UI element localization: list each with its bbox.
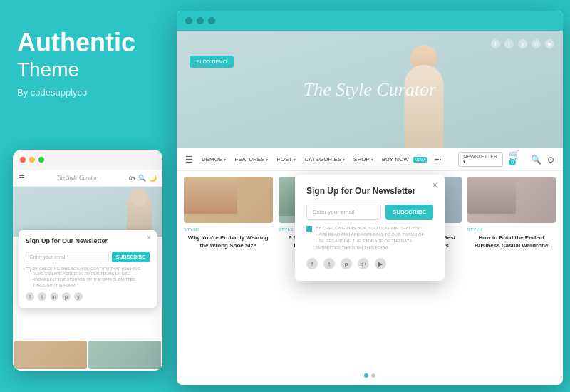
mobile-pinterest-icon[interactable]: p (62, 292, 71, 301)
blog-card-1: STYLE Why You're Probably Wearing the Wr… (184, 177, 273, 379)
mobile-blog-thumb-2 (88, 341, 161, 369)
mobile-social-icons: f t in p y (26, 292, 150, 301)
buynow-badge: NEW (413, 157, 427, 163)
blog-card-title-4: How to Build the Perfect Business Casual… (467, 234, 556, 249)
mobile-newsletter-form: Enter your email SUBSCRIBE (26, 252, 150, 262)
desktop-newsletter-social: f t p g+ ▶ (306, 258, 433, 269)
theme-name: Authentic Theme By codesupplyco (17, 29, 154, 98)
desktop-search-icon[interactable]: 🔍 (531, 155, 542, 165)
desktop-social-fb-icon[interactable]: f (306, 258, 318, 269)
dots-pagination (364, 371, 375, 381)
mobile-instagram-icon[interactable]: in (50, 292, 58, 301)
mobile-twitter-icon[interactable]: t (38, 292, 46, 301)
demos-chevron: ▾ (224, 157, 226, 162)
hamburger-icon[interactable]: ☰ (185, 155, 193, 165)
desktop-mockup: The Style Curator BLOG DEMO f t p in ▶ ☰… (177, 11, 563, 385)
mobile-terms-text: BY CHECKING THIS BOX, YOU CONFIRM THAT Y… (33, 267, 150, 289)
mobile-content: ☰ The Style Curator 🛍 🔍 🌙 × Sign Up for … (13, 170, 162, 371)
desktop-newsletter-close[interactable]: × (432, 180, 437, 190)
mobile-subscribe-button[interactable]: SUBSCRIBE (112, 252, 150, 262)
mobile-dot-red (20, 157, 26, 163)
mobile-newsletter-popup: × Sign Up for Our Newsletter Enter your … (19, 230, 157, 308)
desktop-social-gp-icon[interactable]: g+ (358, 258, 369, 269)
mobile-terms-row: BY CHECKING THIS BOX, YOU CONFIRM THAT Y… (26, 267, 150, 289)
mobile-moon-icon: 🌙 (149, 175, 157, 182)
dot-1[interactable] (364, 373, 368, 378)
desktop-circle-icon[interactable]: ⊙ (547, 155, 554, 165)
desktop-hero: The Style Curator BLOG DEMO f t p in ▶ (177, 31, 563, 148)
desktop-dot-3 (208, 17, 215, 24)
desktop-nav: ☰ DEMOS ▾ FEATURES ▾ POST ▾ CATEGORIES ▾… (177, 148, 563, 171)
desktop-hero-logo: The Style Curator (304, 79, 436, 100)
mobile-terms-checkbox[interactable] (26, 267, 31, 272)
desktop-social-fb[interactable]: f (491, 39, 500, 48)
desktop-dot-2 (197, 17, 204, 24)
desktop-newsletter-popup: × Sign Up for Our Newsletter Enter your … (295, 175, 445, 281)
desktop-newsletter-form: Enter your email SUBSCRIBE (306, 205, 433, 220)
mobile-facebook-icon[interactable]: f (26, 292, 34, 301)
blog-card-img-4 (467, 177, 556, 223)
mobile-logo: The Style Curator (56, 175, 97, 181)
desktop-social-tw-icon[interactable]: t (323, 258, 335, 269)
blog-card-category-1: STYLE (184, 227, 273, 232)
mobile-blog-thumb-1 (14, 341, 87, 369)
nav-item-categories[interactable]: CATEGORIES ▾ (304, 156, 345, 163)
blog-card-img-1 (184, 177, 273, 223)
nav-item-post[interactable]: POST ▾ (276, 156, 296, 163)
desktop-hero-social: f t p in ▶ (491, 39, 554, 48)
nav-item-buynow[interactable]: BUY NOW NEW (382, 156, 427, 163)
mobile-youtube-icon[interactable]: y (74, 292, 83, 301)
desktop-social-yt[interactable]: ▶ (545, 39, 554, 48)
mobile-hero (13, 187, 162, 237)
mobile-top-bar (13, 150, 162, 170)
nav-item-more[interactable]: ••• (435, 156, 441, 163)
mobile-blog-preview (13, 339, 162, 371)
mobile-nav-icons: 🛍 🔍 🌙 (129, 175, 157, 182)
shop-chevron: ▾ (371, 157, 373, 162)
desktop-dot-1 (185, 17, 192, 24)
mobile-mockup: ☰ The Style Curator 🛍 🔍 🌙 × Sign Up for … (13, 150, 162, 371)
mobile-bag-icon: 🛍 (129, 175, 135, 182)
desktop-terms-checkbox[interactable] (306, 226, 312, 232)
desktop-top-bar (177, 11, 563, 31)
features-chevron: ▾ (266, 157, 268, 162)
desktop-main: STYLE Why You're Probably Wearing the Wr… (177, 171, 563, 385)
desktop-email-input[interactable]: Enter your email (306, 205, 381, 220)
mobile-dot-green (38, 157, 44, 163)
desktop-nav-right: NEWSLETTER ▾ 🛒0 🔍 ⊙ (458, 150, 554, 170)
blog-card-category-4: STYLE (467, 227, 556, 232)
nav-item-features[interactable]: FEATURES ▾ (234, 156, 268, 163)
desktop-social-pi[interactable]: p (518, 39, 527, 48)
newsletter-btn[interactable]: NEWSLETTER ▾ (458, 152, 503, 167)
blog-card-4: STYLE How to Build the Perfect Business … (467, 177, 556, 379)
desktop-social-in[interactable]: in (532, 39, 541, 48)
desktop-terms-row: BY CHECKING THIS BOX, YOU CONFIRM THAT Y… (306, 225, 433, 251)
desktop-terms-text: BY CHECKING THIS BOX, YOU CONFIRM THAT Y… (316, 225, 433, 251)
desktop-hero-cta[interactable]: BLOG DEMO (190, 56, 234, 68)
mobile-dot-yellow (29, 157, 35, 163)
blog-card-title-1: Why You're Probably Wearing the Wrong Sh… (184, 234, 273, 249)
desktop-social-tw[interactable]: t (504, 39, 514, 48)
categories-chevron: ▾ (343, 157, 345, 162)
mobile-newsletter-title: Sign Up for Our Newsletter (26, 237, 150, 246)
mobile-nav: ☰ The Style Curator 🛍 🔍 🌙 (13, 170, 162, 187)
nav-item-shop[interactable]: SHOP ▾ (353, 156, 373, 163)
desktop-subscribe-button[interactable]: SUBSCRIBE (385, 205, 433, 220)
mobile-newsletter-close[interactable]: × (147, 234, 151, 242)
desktop-social-yt-icon[interactable]: ▶ (375, 258, 386, 269)
cart-icon[interactable]: 🛒0 (509, 150, 525, 170)
left-panel: Authentic Theme By codesupplyco ☰ The St… (0, 0, 171, 392)
mobile-search-icon: 🔍 (138, 175, 146, 182)
dot-2[interactable] (371, 373, 375, 378)
mobile-email-input[interactable]: Enter your email (26, 252, 109, 262)
nav-item-demos[interactable]: DEMOS ▾ (202, 156, 226, 163)
post-chevron: ▾ (294, 157, 296, 162)
desktop-social-pi-icon[interactable]: p (341, 258, 352, 269)
desktop-newsletter-title: Sign Up for Our Newsletter (306, 186, 433, 196)
